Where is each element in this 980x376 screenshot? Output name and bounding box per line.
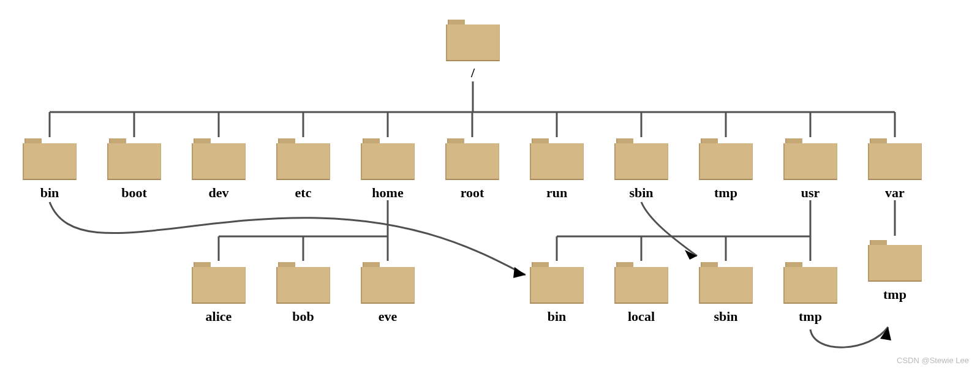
folder-home-bob xyxy=(276,261,330,304)
folder-label-home-bob: bob xyxy=(276,309,330,325)
folder-icon xyxy=(699,261,753,304)
folder-label-l1-var: var xyxy=(868,185,922,201)
folder-label-l1-run: run xyxy=(530,185,584,201)
folder-l1-home xyxy=(361,137,415,180)
folder-l1-bin xyxy=(23,137,77,180)
folder-l1-tmp xyxy=(699,137,753,180)
folder-label-l1-dev: dev xyxy=(192,185,246,201)
folder-usr-tmp xyxy=(783,261,837,304)
folder-label-l1-sbin: sbin xyxy=(614,185,668,201)
folder-usr-sbin xyxy=(699,261,753,304)
folder-icon xyxy=(783,137,837,180)
folder-label-l1-home: home xyxy=(361,185,415,201)
folder-icon xyxy=(446,18,500,61)
folder-label-l1-root: root xyxy=(445,185,499,201)
folder-icon xyxy=(361,261,415,304)
watermark: CSDN @Stewie Lee xyxy=(897,356,969,365)
folder-label-var-tmp: tmp xyxy=(868,287,922,303)
folder-l1-dev xyxy=(192,137,246,180)
folder-var-tmp xyxy=(868,239,922,282)
folder-usr-bin xyxy=(530,261,584,304)
svg-marker-25 xyxy=(513,267,526,278)
folder-icon xyxy=(614,261,668,304)
folder-label-usr-sbin: sbin xyxy=(699,309,753,325)
folder-icon xyxy=(699,137,753,180)
folder-label-l1-boot: boot xyxy=(107,185,161,201)
folder-label-usr-local: local xyxy=(614,309,668,325)
folder-icon xyxy=(276,261,330,304)
folder-label-l1-usr: usr xyxy=(783,185,837,201)
folder-icon xyxy=(107,137,161,180)
svg-marker-26 xyxy=(685,250,697,260)
folder-icon xyxy=(23,137,77,180)
folder-usr-local xyxy=(614,261,668,304)
folder-label-usr-bin: bin xyxy=(530,309,584,325)
folder-label-root: / xyxy=(446,65,500,81)
folder-icon xyxy=(192,137,246,180)
folder-label-l1-etc: etc xyxy=(276,185,330,201)
folder-root xyxy=(446,18,500,61)
folder-icon xyxy=(530,261,584,304)
folder-label-home-alice: alice xyxy=(192,309,246,325)
svg-marker-27 xyxy=(880,327,891,340)
folder-l1-etc xyxy=(276,137,330,180)
folder-l1-boot xyxy=(107,137,161,180)
folder-label-usr-tmp: tmp xyxy=(783,309,837,325)
folder-label-home-eve: eve xyxy=(361,309,415,325)
folder-icon xyxy=(614,137,668,180)
folder-icon xyxy=(783,261,837,304)
folder-icon xyxy=(445,137,499,180)
folder-label-l1-bin: bin xyxy=(23,185,77,201)
folder-icon xyxy=(361,137,415,180)
folder-icon xyxy=(276,137,330,180)
folder-home-eve xyxy=(361,261,415,304)
folder-l1-usr xyxy=(783,137,837,180)
folder-l1-sbin xyxy=(614,137,668,180)
folder-home-alice xyxy=(192,261,246,304)
folder-icon xyxy=(530,137,584,180)
folder-l1-var xyxy=(868,137,922,180)
folder-icon xyxy=(868,239,922,282)
folder-l1-root xyxy=(445,137,499,180)
folder-label-l1-tmp: tmp xyxy=(699,185,753,201)
folder-icon xyxy=(868,137,922,180)
folder-icon xyxy=(192,261,246,304)
folder-l1-run xyxy=(530,137,584,180)
